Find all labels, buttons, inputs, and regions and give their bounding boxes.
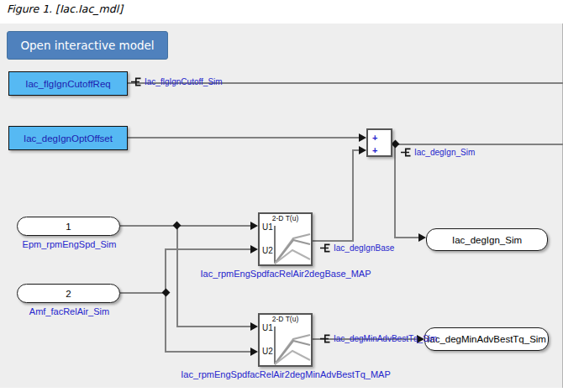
inport-block-degignoptoffset[interactable]: Iac_degIgnOptOffset — [8, 126, 128, 150]
arrowhead-outport1 — [418, 233, 426, 242]
arrowhead-sum-in1 — [359, 133, 366, 142]
signal-label-flgigncutoff: Iac_flgIgnCutoff_Sim — [131, 76, 223, 87]
wire-degignoptoffset — [128, 137, 360, 139]
signal-label-text: Iac_degIgnBase — [334, 243, 394, 253]
wire-port2-branch — [165, 248, 166, 353]
lookup1-header: 2-D T(u) — [260, 214, 311, 222]
signal-log-icon — [401, 147, 412, 158]
outport-label: Iac_degMinAdvBestTq_Sim — [427, 334, 546, 344]
sum-plus-bottom: + — [372, 146, 377, 155]
outport-label: Iac_degIgn_Sim — [452, 235, 522, 245]
lookup2-name-label: Iac_rpmEngSpdfacRelAir2degMinAdvBestTq_M… — [164, 369, 408, 379]
wire-port1-out — [120, 225, 176, 227]
wire-sum-to-outport1 — [394, 237, 418, 238]
wire-lookup1-out — [313, 240, 354, 242]
inport-block-label: Iac_flgIgnCutoffReq — [25, 79, 110, 89]
port1-name-label: Epm_rpmEngSpd_Sim — [8, 239, 130, 249]
figure-caption: Figure 1. [Iac.Iac_mdl] — [7, 3, 123, 15]
signal-log-icon — [131, 76, 142, 87]
arrowhead-lookup2-u2 — [250, 348, 258, 356]
arrowhead-sum-in2 — [359, 146, 366, 154]
outport-degminadvbesttq-block[interactable]: Iac_degMinAdvBestTq_Sim — [424, 327, 549, 351]
port1-number: 1 — [66, 222, 71, 232]
wire-port2-out — [120, 292, 166, 294]
port2-name-label: Amf_facRelAir_Sim — [8, 306, 130, 316]
port2-block[interactable]: 2 — [17, 284, 120, 303]
lookup2-header: 2-D T(u) — [260, 315, 311, 323]
lookup-table-1-block[interactable]: 2-D T(u) U1 U2 — [258, 212, 313, 266]
lookup-table-2-block[interactable]: 2-D T(u) U1 U2 — [258, 313, 313, 367]
inport-block-flgigncutoffreq[interactable]: Iac_flgIgnCutoffReq — [8, 71, 128, 96]
signal-label-degign: Iac_degIgn_Sim — [401, 147, 475, 158]
signal-label-degminadvbesttq: Iac_degMinAdvBestTq_Sim — [320, 333, 437, 344]
port1-block[interactable]: 1 — [17, 217, 120, 236]
signal-label-degignbase: Iac_degIgnBase — [320, 243, 394, 253]
sum-block[interactable]: + + — [366, 128, 392, 157]
outport-degign-block[interactable]: Iac_degIgn_Sim — [426, 228, 548, 251]
signal-label-text: Iac_degMinAdvBestTq_Sim — [334, 334, 437, 343]
port2-number: 2 — [66, 289, 71, 299]
sum-plus-top: + — [372, 133, 377, 143]
wire-sum-branch-down — [394, 144, 396, 238]
lookup-curve-icon — [271, 222, 311, 265]
signal-log-icon — [320, 243, 331, 253]
wire-lookup1-up — [352, 150, 354, 242]
wire-port2-to-lookup1-u2 — [165, 248, 250, 250]
lookup1-name-label: Iac_rpmEngSpdfacRelAir2degBase_MAP — [181, 269, 391, 279]
signal-label-text: Iac_flgIgnCutoff_Sim — [145, 77, 223, 86]
wire-port1-to-lookup1-u1 — [176, 225, 250, 227]
signal-label-text: Iac_degIgn_Sim — [414, 148, 475, 157]
arrowhead-lookup2-u1 — [250, 322, 258, 331]
inport-block-label: Iac_degIgnOptOffset — [24, 133, 113, 144]
signal-log-icon — [320, 333, 331, 344]
wire-port2-to-lookup2-u2 — [165, 351, 250, 353]
arrowhead-lookup1-u1 — [250, 222, 258, 230]
wire-sum-out — [392, 144, 563, 145]
wire-port1-branch-down — [176, 225, 178, 327]
open-interactive-model-button[interactable]: Open interactive model — [7, 31, 168, 60]
arrowhead-lookup1-u2 — [250, 245, 258, 253]
lookup-curve-icon — [271, 323, 311, 366]
wire-port1-to-lookup2-u1 — [176, 326, 250, 327]
figure-page: Figure 1. [Iac.Iac_mdl] Open interactive… — [0, 0, 563, 392]
